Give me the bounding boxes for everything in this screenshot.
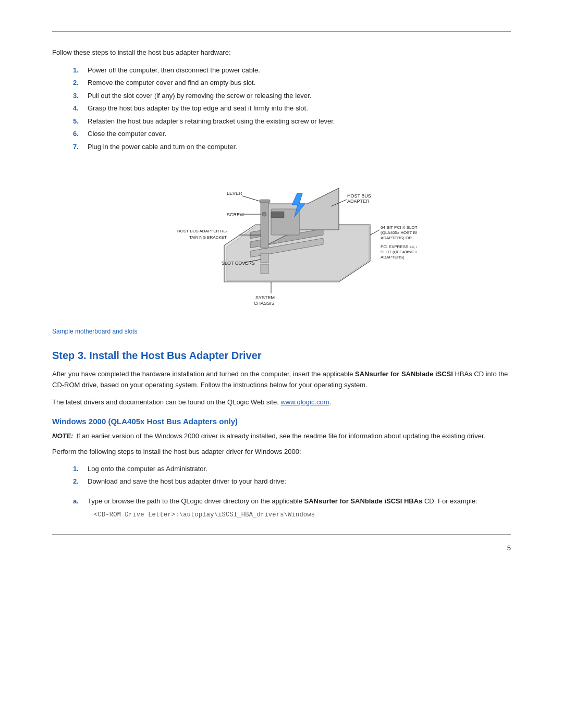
step-num: 2. xyxy=(73,476,83,487)
step-num: 7. xyxy=(73,142,83,152)
subsection-title: Windows 2000 (QLA405x Host Bus Adapters … xyxy=(52,417,511,426)
step-text: Close the computer cover. xyxy=(88,129,166,139)
note-label: NOTE: xyxy=(52,431,73,441)
step-num: 1. xyxy=(73,65,83,76)
pci-x-slot-label: 64-BIT PCI-X SLOT xyxy=(381,225,417,230)
qlogic-link[interactable]: www.qlogic.com xyxy=(280,398,329,406)
step3-body2-pre: The latest drivers and documentation can… xyxy=(52,398,280,406)
svg-rect-11 xyxy=(261,253,268,263)
slot-covers-label: SLOT COVERS xyxy=(222,261,255,266)
pci-express-label3: ADAPTERS) xyxy=(381,255,405,260)
step-text: Download and save the host bus adapter d… xyxy=(88,476,286,487)
svg-rect-12 xyxy=(261,264,268,274)
svg-line-20 xyxy=(370,230,380,235)
retaining-bracket-label2: TAINING BRACKET xyxy=(189,235,227,240)
list-item: 2. Remove the computer cover and find an… xyxy=(73,78,511,88)
alpha-label: a. xyxy=(73,496,83,507)
svg-line-14 xyxy=(242,196,260,201)
step3-body1: After you have completed the hardware in… xyxy=(52,369,511,391)
step-text: Power off the computer, then disconnect … xyxy=(88,65,260,76)
step-num: 3. xyxy=(73,91,83,101)
step-text: Refasten the host bus adapter's retainin… xyxy=(88,116,335,127)
note-text: If an earlier version of the Windows 200… xyxy=(76,431,485,441)
lever-label: LEVER xyxy=(227,191,242,196)
step-text: Remove the computer cover and find an em… xyxy=(88,78,255,88)
code-block: <CD-ROM Drive Letter>:\autoplay\iSCSI_HB… xyxy=(94,511,511,519)
page: Follow these steps to install the host b… xyxy=(0,0,563,728)
step3-bold1: SANsurfer for SANblade iSCSI xyxy=(355,370,453,378)
step-num: 6. xyxy=(73,129,83,139)
step3-body1-pre: After you have completed the hardware in… xyxy=(52,370,355,378)
step-text: Log onto the computer as Administrator. xyxy=(88,464,207,474)
list-item: 4. Grasp the host bus adapter by the top… xyxy=(73,103,511,114)
sub-steps-list: a. Type or browse the path to the QLogic… xyxy=(73,496,511,507)
screw-label: SCREW xyxy=(227,212,244,217)
page-number: 5 xyxy=(507,544,511,552)
step-text: Plug in the power cable and turn on the … xyxy=(88,142,237,152)
bottom-rule xyxy=(52,534,511,535)
step3-title: Step 3. Install the Host Bus Adapter Dri… xyxy=(52,350,511,362)
install-steps-list: 1. Power off the computer, then disconne… xyxy=(73,65,511,152)
step-num: 1. xyxy=(73,464,83,474)
svg-point-9 xyxy=(262,212,266,216)
note-block: NOTE: If an earlier version of the Windo… xyxy=(52,431,511,441)
list-item: 5. Refasten the host bus adapter's retai… xyxy=(73,116,511,127)
retaining-bracket-label: HOST BUS ADAPTER RE- xyxy=(177,229,228,233)
top-rule xyxy=(52,31,511,32)
list-item: 1. Power off the computer, then disconne… xyxy=(73,65,511,76)
intro-text: Follow these steps to install the host b… xyxy=(52,47,511,58)
step-num: 5. xyxy=(73,116,83,127)
step-text: Pull out the slot cover (if any) by remo… xyxy=(88,91,311,101)
substep-text-pre: Type or browse the path to the QLogic dr… xyxy=(88,497,304,505)
step-num: 2. xyxy=(73,78,83,88)
substep-bold: SANsurfer for SANblade iSCSI HBAs xyxy=(304,497,423,505)
pci-express-label: PCI EXPRESS x4, x8, x16 xyxy=(381,244,417,249)
svg-rect-7 xyxy=(271,212,284,218)
step3-body2-post: . xyxy=(329,398,332,406)
list-item: 1. Log onto the computer as Administrato… xyxy=(73,464,511,474)
list-item: a. Type or browse the path to the QLogic… xyxy=(73,496,511,507)
svg-rect-10 xyxy=(260,200,270,203)
svg-marker-8 xyxy=(261,201,268,248)
diagram-container: LEVER SCREW HOST BUS ADAPTER RE- TAINING… xyxy=(52,162,511,324)
diagram-caption: Sample motherboard and slots xyxy=(52,328,511,335)
step-text: Grasp the host bus adapter by the top ed… xyxy=(88,103,308,114)
list-item: 3. Pull out the slot cover (if any) by r… xyxy=(73,91,511,101)
host-bus-adapter-label2: ADAPTER xyxy=(347,199,370,204)
motherboard-diagram: LEVER SCREW HOST BUS ADAPTER RE- TAINING… xyxy=(146,162,417,324)
system-chassis-label: SYSTEM xyxy=(255,295,275,300)
system-chassis-label2: CHASSIS xyxy=(254,301,275,306)
pci-x-slot-label3: ADAPTERS) OR xyxy=(381,236,412,240)
list-item: 6. Close the computer cover. xyxy=(73,129,511,139)
win2000-steps-list: 1. Log onto the computer as Administrato… xyxy=(73,464,511,487)
list-item: 2. Download and save the host bus adapte… xyxy=(73,476,511,487)
host-bus-adapter-label: HOST BUS xyxy=(347,193,371,199)
page-footer: 5 xyxy=(52,544,511,552)
substep-text: Type or browse the path to the QLogic dr… xyxy=(88,496,478,507)
pci-x-slot-label2: (QLA405x HOST BUS xyxy=(381,230,417,235)
list-item: 7. Plug in the power cable and turn on t… xyxy=(73,142,511,152)
perform-text: Perform the following steps to install t… xyxy=(52,447,511,458)
step-num: 4. xyxy=(73,103,83,114)
step3-body2: The latest drivers and documentation can… xyxy=(52,397,511,408)
pci-express-label2: SLOT (QLE406xC HOST BUS xyxy=(381,250,417,254)
substep-text-post: CD. For example: xyxy=(422,497,477,505)
